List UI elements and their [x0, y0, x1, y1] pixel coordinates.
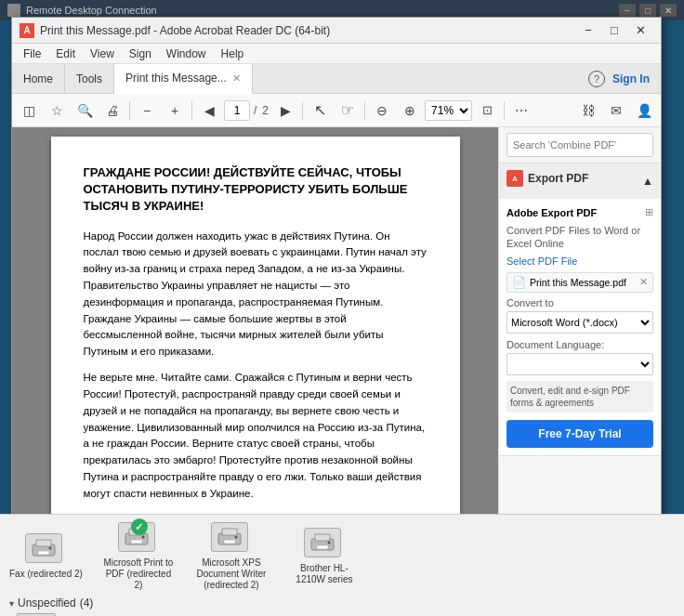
free-trial-button[interactable]: Free 7-Day Trial: [506, 420, 653, 448]
printer-ms-pdf-label: Microsoft Print to PDF (redirected 2): [101, 557, 176, 591]
svg-point-15: [327, 542, 330, 544]
thumbnail-view-btn[interactable]: ◫: [16, 98, 42, 124]
menu-file[interactable]: File: [16, 46, 48, 62]
select-tool-btn[interactable]: ↖: [307, 98, 333, 124]
fit-page-btn[interactable]: ⊡: [474, 98, 500, 124]
printer-brother[interactable]: Brother HL-1210W series: [287, 528, 362, 585]
printer-xps-svg: [217, 527, 243, 547]
pdf-heading: ГРАЖДАНЕ РОССИИ! ДЕЙСТВУЙТЕ СЕЙЧАС, ЧТОБ…: [84, 164, 428, 216]
help-icon[interactable]: ?: [588, 71, 605, 87]
convert-label: Convert PDF Files to Word or Excel Onlin…: [506, 224, 653, 251]
bookmark-btn[interactable]: ☆: [44, 98, 70, 124]
find-btn[interactable]: 🔍: [72, 98, 98, 124]
toolbar: ◫ ☆ 🔍 🖨 − + ◀ 1 / 2 ▶ ↖ ☞ ⊖ ⊕ 71% ⊡ ⋯ ⛓ …: [12, 94, 661, 127]
selected-file-name: Print this Message.pdf: [530, 277, 636, 288]
printer-fax-svg: [31, 538, 57, 558]
printer-fax-label: Fax (redirected 2): [9, 569, 83, 580]
svg-rect-14: [317, 545, 328, 549]
acrobat-minimize-btn[interactable]: −: [575, 18, 601, 44]
acrobat-app-icon: A: [20, 23, 34, 38]
selected-file-row: 📄 Print this Message.pdf ✕: [506, 272, 653, 293]
printer-ms-pdf[interactable]: ✓ Microsoft Print to PDF (redirected 2): [101, 522, 176, 591]
tab-tools-label: Tools: [76, 72, 102, 85]
acrobat-titlebar: A Print this Message.pdf - Adobe Acrobat…: [12, 18, 661, 44]
zoom-in-btn[interactable]: +: [162, 98, 188, 124]
menu-window[interactable]: Window: [159, 46, 214, 62]
tab-tools[interactable]: Tools: [65, 64, 114, 93]
rdp-title-text: Remote Desktop Connection: [26, 5, 619, 16]
unspecified-count: (4): [80, 596, 94, 609]
zoom-level-select[interactable]: 71%: [425, 100, 472, 121]
adobe-export-pdf-title: Adobe Export PDF: [506, 207, 597, 218]
menu-sign[interactable]: Sign: [122, 46, 159, 62]
export-logo: A Export PDF: [506, 170, 588, 187]
printer-brother-icon: [304, 528, 341, 557]
acrobat-close-btn[interactable]: ✕: [627, 18, 653, 44]
printer-fax-icon-wrap: [25, 533, 66, 567]
export-pdf-options-icon[interactable]: ⊞: [645, 206, 653, 218]
zoom-out-btn[interactable]: −: [134, 98, 160, 124]
acrobat-title-text: Print this Message.pdf - Adobe Acrobat R…: [40, 24, 575, 37]
printer-xps[interactable]: Microsoft XPS Document Writer (redirecte…: [194, 522, 269, 591]
pdf-paragraph-2: Не верьте мне. Читайте сами. Сражайся с …: [84, 370, 428, 503]
menu-help[interactable]: Help: [214, 46, 252, 62]
sign-in-button[interactable]: Sign In: [612, 72, 650, 85]
taskbar: Fax (redirected 2) ✓ Microsoft Print to …: [0, 514, 684, 616]
select-pdf-link[interactable]: Select PDF File: [506, 256, 653, 267]
page-number-input[interactable]: 1: [224, 100, 250, 121]
pdf-paragraph-1: Народ России должен находить ужас в дейс…: [84, 229, 428, 361]
printer-xps-label: Microsoft XPS Document Writer (redirecte…: [194, 557, 269, 591]
doc-language-select[interactable]: [506, 353, 653, 375]
printer-fax[interactable]: Fax (redirected 2): [9, 533, 83, 580]
tab-document-label: Print this Message...: [125, 72, 227, 85]
account-btn[interactable]: 👤: [631, 98, 657, 124]
mail-btn[interactable]: ✉: [603, 98, 629, 124]
tab-document[interactable]: Print this Message... ✕: [114, 64, 253, 94]
printer-brother-label: Brother HL-1210W series: [287, 563, 362, 585]
printer-xps-icon: [211, 522, 248, 552]
menu-edit[interactable]: Edit: [48, 46, 83, 62]
toolbar-divider-1: [129, 101, 130, 120]
printer-brother-svg: [309, 532, 335, 553]
printer-fax-icon: [25, 533, 62, 563]
export-section-content: Adobe Export PDF ⊞ Convert PDF Files to …: [499, 199, 661, 455]
adobe-export-icon: A: [506, 170, 523, 187]
panel-search-area: [499, 127, 661, 164]
page-total: 2: [260, 104, 270, 117]
share-btn[interactable]: ⛓: [575, 98, 601, 124]
rdp-close-btn[interactable]: ✕: [660, 4, 677, 17]
printer-xps-icon-wrap: [211, 522, 252, 556]
next-page-btn[interactable]: ▶: [272, 98, 298, 124]
svg-rect-2: [38, 551, 49, 555]
rdp-maximize-btn[interactable]: □: [639, 4, 656, 17]
convert-to-select[interactable]: Microsoft Word (*.docx): [506, 311, 653, 334]
hand-tool-btn[interactable]: ☞: [335, 98, 361, 124]
printer-brother-icon-wrap: [304, 528, 345, 561]
rdp-window-controls: − □ ✕: [619, 4, 677, 17]
rdp-minimize-btn[interactable]: −: [619, 4, 636, 17]
menu-view[interactable]: View: [83, 46, 122, 62]
menu-bar: File Edit View Sign Window Help: [12, 44, 661, 64]
panel-search-input[interactable]: [506, 133, 653, 157]
zoom-out-2-btn[interactable]: ⊖: [369, 98, 395, 124]
svg-rect-10: [224, 540, 235, 544]
print-btn[interactable]: 🖨: [99, 98, 125, 124]
acrobat-maximize-btn[interactable]: □: [601, 18, 627, 44]
svg-point-7: [141, 536, 144, 539]
rdp-icon: [7, 4, 20, 17]
printer-ms-pdf-icon-wrap: ✓: [118, 522, 159, 556]
tab-close-icon[interactable]: ✕: [232, 72, 241, 85]
page-separator: /: [252, 104, 258, 117]
zoom-in-2-btn[interactable]: ⊕: [397, 98, 423, 124]
more-tools-btn[interactable]: ⋯: [508, 98, 534, 124]
unspecified-chevron-icon[interactable]: ▾: [9, 598, 14, 609]
export-section-collapse-icon[interactable]: ▲: [642, 175, 653, 188]
tab-home[interactable]: Home: [12, 64, 65, 93]
prev-page-btn[interactable]: ◀: [196, 98, 222, 124]
tab-sign-in-area: ? Sign In: [577, 64, 661, 93]
svg-point-11: [234, 536, 237, 539]
export-pdf-header[interactable]: A Export PDF ▲: [499, 164, 661, 199]
unspecified-label: Unspecified: [18, 596, 76, 609]
printer-check-badge: ✓: [131, 518, 148, 535]
remove-file-icon[interactable]: ✕: [639, 276, 648, 288]
